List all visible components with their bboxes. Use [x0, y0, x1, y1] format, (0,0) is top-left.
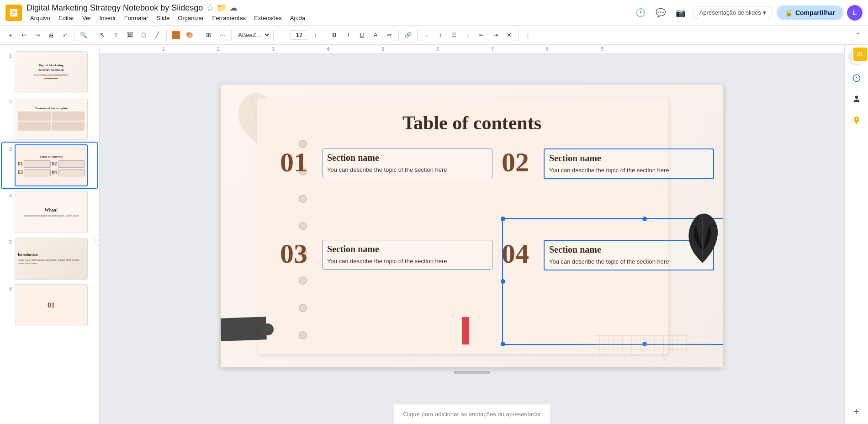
textbox-btn[interactable]: T	[110, 28, 122, 42]
grid-decoration	[595, 335, 687, 354]
lines-btn[interactable]: ╱	[151, 28, 164, 42]
slide-thumb-3[interactable]: 3 Table of contents 01 02	[2, 143, 97, 188]
highlight-btn[interactable]: ✏	[383, 28, 396, 42]
undo-btn[interactable]: ↩	[17, 28, 30, 42]
slide-thumb-4[interactable]: 4 Whoa! This may be the start of the pre…	[2, 189, 97, 235]
slide-preview-4[interactable]: Whoa! This may be the start of the prese…	[15, 191, 88, 233]
notes-placeholder[interactable]: Clique para adicionar as anotações do ap…	[403, 411, 541, 418]
people-btn[interactable]	[848, 90, 865, 108]
font-select[interactable]: ABeeZ...	[234, 30, 270, 40]
slide-thumb-2[interactable]: 2 Contents of this template	[2, 96, 97, 142]
slide-preview-3[interactable]: Table of contents 01 02 03	[15, 144, 88, 186]
scroll-indicator[interactable]	[454, 371, 490, 374]
bullets-btn[interactable]: ☰	[448, 28, 460, 42]
ruler-horizontal: 1 2 3 4 5 6 7 8 9	[100, 45, 844, 54]
section-name-1[interactable]: Section name	[327, 153, 487, 163]
share-button[interactable]: 🔒 Compartilhar	[777, 5, 843, 20]
slide-preview-5[interactable]: Introduction Lorem ipsum dolor sit amet …	[15, 238, 88, 280]
notes-area[interactable]: Clique para adicionar as anotações do ap…	[394, 404, 550, 424]
indent-inc-btn[interactable]: ⇥	[489, 28, 502, 42]
black-leaf-decoration	[682, 212, 723, 269]
slide-num-1: 1	[5, 51, 12, 58]
bold-btn[interactable]: B	[328, 28, 341, 42]
image-btn[interactable]: 🖼	[123, 28, 136, 42]
camera-btn[interactable]: 📷	[672, 5, 689, 21]
menu-ver[interactable]: Ver	[79, 14, 95, 22]
more-btn[interactable]: ⋮	[521, 28, 534, 42]
zoom-btn[interactable]: 🔍	[77, 28, 90, 42]
underline-btn[interactable]: U	[355, 28, 368, 42]
collapse-toolbar-btn[interactable]: ⌃	[852, 28, 864, 42]
slide-thumb-5[interactable]: 5 Introduction Lorem ipsum dolor sit ame…	[2, 236, 97, 281]
numbering-btn[interactable]: ⋮	[461, 28, 474, 42]
app-icon[interactable]	[5, 5, 22, 21]
menu-ajuda[interactable]: Ajuda	[286, 14, 309, 22]
section-desc-3[interactable]: You can describe the topic of the sectio…	[327, 257, 487, 265]
section-name-3[interactable]: Section name	[327, 244, 487, 254]
svg-point-3	[855, 96, 858, 99]
dotgrid-btn[interactable]: ⋯	[216, 28, 228, 42]
slide-num-5: 5	[5, 238, 12, 245]
menu-arquivo[interactable]: Arquivo	[26, 14, 54, 22]
doc-title-area: Digital Marketing Strategy Notebook by S…	[26, 3, 628, 22]
main-content: ‹ 1 Digital MarketingStrategy Notebook L…	[0, 45, 868, 424]
slide-canvas-wrapper: Table of contents 01 Section name You ca…	[100, 54, 844, 404]
menu-extensoes[interactable]: Extensões	[250, 14, 286, 22]
slide-preview-1[interactable]: Digital MarketingStrategy Notebook Lorem…	[15, 51, 88, 93]
comments-panel-btn[interactable]	[848, 69, 865, 87]
spellcheck-btn[interactable]: ✓	[58, 28, 71, 42]
menu-slide[interactable]: Slide	[153, 14, 173, 22]
cursor-btn[interactable]: ↖	[96, 28, 109, 42]
shapes-btn[interactable]: ⬡	[137, 28, 150, 42]
star-icon[interactable]: ☆	[206, 3, 214, 13]
section-item-1[interactable]: 01 Section name You can describe the top…	[280, 148, 492, 231]
redo-btn[interactable]: ↪	[31, 28, 44, 42]
section-desc-2[interactable]: You can describe the topic of the sectio…	[549, 166, 709, 175]
bg-color-btn[interactable]	[169, 28, 182, 42]
section-textbox-3[interactable]: Section name You can describe the topic …	[322, 240, 492, 270]
present-button[interactable]: Apresentação de slides ▾	[693, 6, 773, 19]
paint-btn[interactable]: 🎨	[183, 28, 196, 42]
section-name-2[interactable]: Section name	[549, 153, 709, 164]
history-btn[interactable]: 🕐	[632, 5, 649, 21]
menu-inserir[interactable]: Inserir	[96, 14, 120, 22]
slide-thumb-6[interactable]: 6 01	[2, 282, 97, 328]
font-size-input[interactable]	[290, 30, 308, 40]
section-textbox-1[interactable]: Section name You can describe the topic …	[322, 148, 492, 178]
align-btn[interactable]: ≡	[420, 28, 433, 42]
font-size-decrease[interactable]: −	[276, 28, 289, 42]
separator-6	[273, 30, 274, 41]
tape-circle	[262, 323, 274, 335]
location-btn[interactable]	[848, 111, 865, 129]
slide-preview-6[interactable]: 01	[15, 284, 88, 326]
italic-btn[interactable]: I	[342, 28, 355, 42]
menu-organizar[interactable]: Organizar	[174, 14, 207, 22]
separator-1	[74, 30, 74, 41]
indent-dec-btn[interactable]: ⇤	[475, 28, 488, 42]
link-btn[interactable]: 🔗	[402, 28, 414, 42]
slide-thumb-1[interactable]: 1 Digital MarketingStrategy Notebook Lor…	[2, 49, 97, 95]
doc-title[interactable]: Digital Marketing Strategy Notebook by S…	[26, 3, 203, 13]
menu-ferramentas[interactable]: Ferramentas	[208, 14, 249, 22]
avatar[interactable]: L	[847, 5, 863, 21]
cloud-icon[interactable]: ☁	[229, 3, 238, 13]
menu-formatar[interactable]: Formatar	[121, 14, 152, 22]
slide-preview-2[interactable]: Contents of this template	[15, 98, 88, 140]
section-item-3[interactable]: 03 Section name You can describe the top…	[280, 240, 492, 322]
layout-btn[interactable]: ⊞	[202, 28, 215, 42]
line-spacing-btn[interactable]: ↕	[434, 28, 447, 42]
calendar-icon[interactable]: 31	[853, 48, 867, 61]
font-color-btn[interactable]: A	[369, 28, 382, 42]
print-btn[interactable]: 🖨	[45, 28, 58, 42]
menu-editar[interactable]: Editar	[55, 14, 78, 22]
comment-btn[interactable]: 💬	[652, 5, 669, 21]
section-desc-1[interactable]: You can describe the topic of the sectio…	[327, 166, 487, 174]
folder-icon[interactable]: 📁	[217, 3, 227, 13]
add-btn[interactable]: +	[848, 403, 865, 420]
slide-canvas[interactable]: Table of contents 01 Section name You ca…	[221, 85, 723, 367]
clear-format-btn[interactable]: ✕	[503, 28, 515, 42]
section-textbox-2[interactable]: Section name You can describe the topic …	[544, 148, 714, 179]
menu-bar: Arquivo Editar Ver Inserir Formatar Slid…	[26, 14, 628, 22]
add-slide-btn[interactable]: ＋	[4, 28, 16, 42]
font-size-increase[interactable]: +	[309, 28, 322, 42]
